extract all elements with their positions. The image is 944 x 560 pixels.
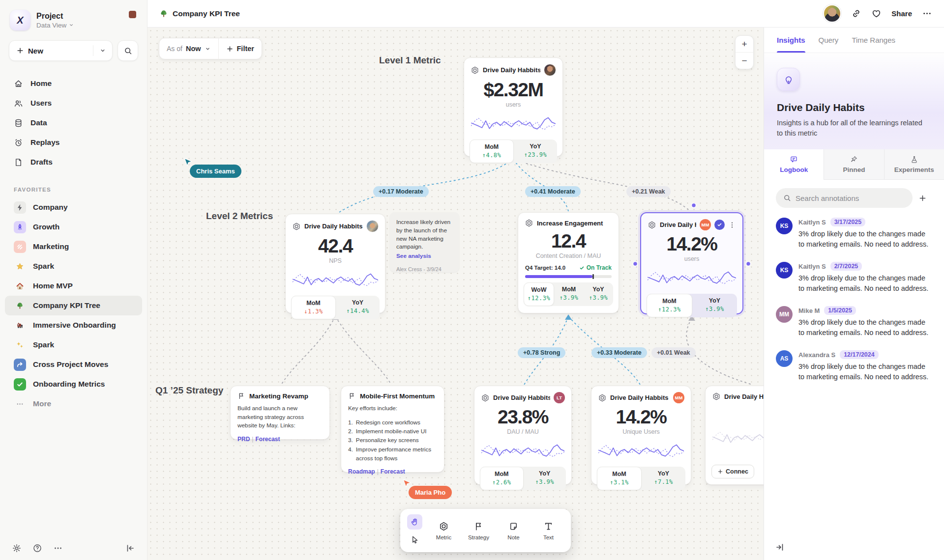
sidebar-item-home[interactable]: Home (0, 74, 147, 93)
sidebar-item-spark[interactable]: Spark (5, 335, 142, 355)
new-button-label: New (28, 47, 93, 55)
annotation-note-card[interactable]: Increase likely driven by the launch of … (390, 212, 459, 272)
metric-unit: NPS (286, 257, 385, 264)
insights-hero: Drive Daily Habits Insights is a hub for… (764, 53, 944, 149)
kpi-tree-canvas[interactable]: As of Now Filter + − Level 1 MetricLevel… (148, 28, 764, 560)
metric-card-l2a[interactable]: Drive Daily Habbits42.4 NPS MoM ↓1.3%YoY… (285, 214, 385, 313)
search-button[interactable] (118, 40, 138, 61)
metric-icon (471, 66, 479, 75)
annotation-item[interactable]: KS Kaitlyn S 2/7/2025 3% drop likely due… (776, 262, 932, 294)
annotation-item[interactable]: KS Kaitlyn S 3/17/2025 3% drop likely du… (776, 218, 932, 250)
card-menu-icon[interactable] (728, 221, 736, 229)
favorites-list: Company Growth Marketing Spark Home MVP … (0, 197, 147, 414)
sidebar-item-users[interactable]: Users (0, 93, 147, 113)
sidebar-item-data[interactable]: Data (0, 113, 147, 133)
database-icon (14, 118, 23, 128)
check-icon (14, 378, 26, 391)
strategy-tool[interactable]: Strategy (463, 521, 494, 540)
help-icon[interactable] (32, 543, 42, 553)
metric-unit: users (464, 101, 562, 108)
sidebar: X Project Data View New Home (0, 0, 148, 560)
strategy-links: Roadmap|Forecast (348, 468, 437, 475)
sidebar-item-spark[interactable]: Spark (5, 256, 142, 276)
roadmap-link[interactable]: Roadmap (348, 468, 375, 475)
copy-link-icon[interactable] (851, 8, 861, 19)
select-tool[interactable] (407, 532, 422, 547)
plus-icon (16, 47, 24, 55)
user-avatar[interactable] (823, 4, 841, 23)
chevron-down-icon[interactable] (99, 47, 106, 54)
new-button[interactable]: New (9, 40, 113, 61)
plus-icon (918, 194, 927, 202)
text-tool[interactable]: Text (533, 521, 564, 540)
sidebar-item-immersive-onboarding[interactable]: Immersive Onboarding (5, 315, 142, 335)
sidebar-item-company[interactable]: Company (5, 197, 142, 217)
annotation-avatar: KS (776, 218, 793, 234)
sidebar-item-more[interactable]: More (5, 394, 142, 414)
annotation-search-input[interactable] (796, 194, 905, 202)
sidebar-item-company-kpi-tree[interactable]: Company KPI Tree (5, 296, 142, 315)
metric-card-l2c[interactable]: Drive Daily Habb..MM14.2% users MoM ↑12.… (640, 212, 743, 314)
see-analysis-link[interactable]: See analysis (396, 252, 431, 259)
as-of-selector[interactable]: As of Now (159, 38, 218, 59)
card-title: Drive Daily Hab... (724, 393, 764, 400)
sidebar-item-replays[interactable]: Replays (0, 133, 147, 152)
metric-card-s4[interactable]: Drive Daily HabbitsMM14.2% Unique Users … (591, 386, 691, 485)
connect-button[interactable]: Connec (711, 465, 754, 478)
filter-button[interactable]: Filter (219, 38, 262, 59)
subtab-pinned[interactable]: Pinned (824, 149, 884, 180)
overflow-menu-icon[interactable] (922, 8, 932, 19)
text-icon (543, 521, 554, 532)
sidebar-item-growth[interactable]: Growth (5, 217, 142, 237)
zoom-out-button[interactable]: − (736, 53, 753, 69)
forecast-link[interactable]: Forecast (255, 436, 280, 443)
metric-unit: DAU / MAU (474, 428, 571, 435)
note-tool[interactable]: Note (498, 521, 529, 540)
panel-tab-insights[interactable]: Insights (777, 28, 805, 53)
share-button[interactable]: Share (891, 9, 912, 18)
strategy-card-mobile-first-momentum[interactable]: Mobile-First Momentum Key efforts includ… (341, 386, 444, 473)
metric-tool[interactable]: Metric (428, 521, 459, 540)
sidebar-item-marketing[interactable]: Marketing (5, 237, 142, 256)
sidebar-item-onboarding-metrics[interactable]: Onboarding Metrics (5, 374, 142, 394)
zoom-in-button[interactable]: + (736, 36, 753, 52)
filter-label: Filter (237, 45, 254, 53)
annotation-item[interactable]: AS Alexandra S 12/17/2024 3% drop likely… (776, 350, 932, 382)
collapse-panel-icon[interactable] (775, 542, 785, 552)
metric-card-s3[interactable]: Drive Daily HabbitsLT23.8% DAU / MAU MoM… (474, 386, 572, 485)
prd-link[interactable]: PRD (237, 436, 250, 443)
owner-badge: MM (700, 219, 711, 230)
forecast-link[interactable]: Forecast (381, 468, 405, 475)
collaborator-cursor-chris-seams: Chris Seams (183, 157, 241, 178)
subtab-experiments[interactable]: Experiments (884, 149, 944, 180)
metric-card-s5[interactable]: Drive Daily Hab... Connec (705, 386, 764, 485)
add-annotation-button[interactable] (918, 191, 932, 205)
strategy-links: PRD|Forecast (237, 436, 323, 443)
owner-avatar (544, 64, 556, 76)
metric-card-l2b[interactable]: Increase Engagement12.4 Content Creation… (518, 212, 619, 313)
annotation-search[interactable] (776, 188, 913, 208)
panel-tab-time-ranges[interactable]: Time Ranges (852, 28, 895, 53)
sidebar-pin-icon[interactable] (129, 11, 136, 18)
data-view-switcher[interactable]: Data View (36, 22, 74, 29)
annotation-item[interactable]: MM Mike M 1/5/2025 3% drop likely due to… (776, 306, 932, 338)
hand-tool[interactable] (407, 514, 422, 530)
curvearrow-icon (14, 359, 26, 371)
subtab-logbook[interactable]: Logbook (764, 149, 824, 180)
settings-gear-icon[interactable] (12, 543, 22, 553)
metric-card-l1[interactable]: Drive Daily Habbits$2.32M users MoM ↑4.8… (464, 57, 563, 157)
sidebar-item-drafts[interactable]: Drafts (0, 152, 147, 172)
metric-value: 14.2% (591, 406, 691, 428)
strategy-card-marketing-revamp[interactable]: Marketing Revamp Build and launch a new … (230, 386, 330, 440)
logbook-icon (790, 155, 798, 164)
favorite-heart-icon[interactable] (871, 8, 882, 19)
annotation-date-badge: 3/17/2025 (830, 218, 866, 226)
insights-subtabs: Logbook Pinned Experiments (764, 149, 944, 180)
more-options-icon[interactable] (53, 543, 63, 553)
sidebar-item-home-mvp[interactable]: Home MVP (5, 276, 142, 296)
annotation-list: KS Kaitlyn S 3/17/2025 3% drop likely du… (764, 211, 944, 534)
collapse-sidebar-icon[interactable] (125, 543, 135, 553)
panel-tab-query[interactable]: Query (819, 28, 839, 53)
topbar: Company KPI Tree Share (148, 0, 944, 28)
sidebar-item-cross-project-moves[interactable]: Cross Project Moves (5, 355, 142, 374)
